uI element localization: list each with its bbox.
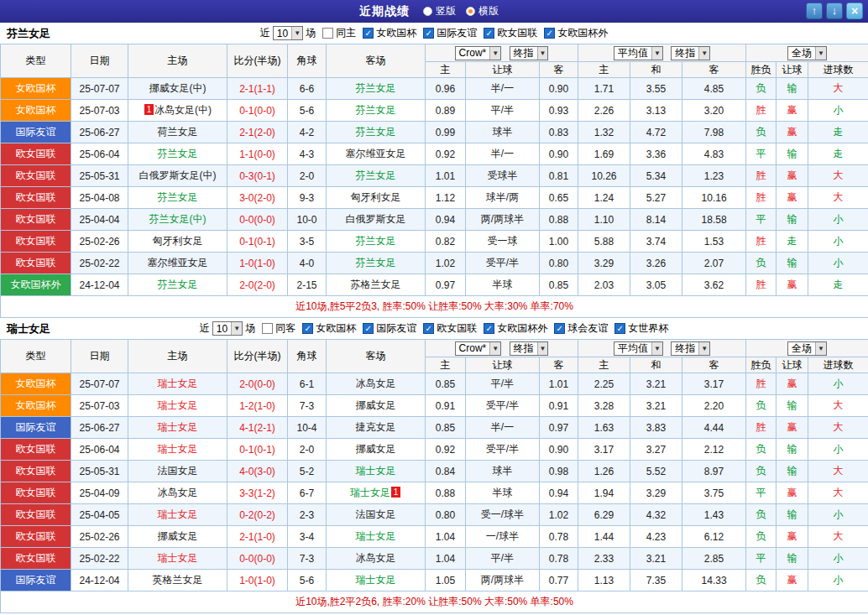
handicap-result-cell: 输 xyxy=(776,253,808,274)
goals-result-cell: 小 xyxy=(808,504,868,526)
away-team-cell: 塞尔维亚女足 xyxy=(327,143,426,165)
league-filter-checkbox[interactable]: ✓ xyxy=(614,323,625,334)
avg-draw-odds: 3.27 xyxy=(630,439,682,461)
table-row: 欧女国联25-02-22塞尔维亚女足1-0(1-0)4-0芬兰女足1.02受平/… xyxy=(1,253,868,274)
europe-stage-select[interactable]: 终指▼ xyxy=(671,46,710,60)
avg-draw-odds: 3.21 xyxy=(630,395,682,417)
avg-home-odds: 5.88 xyxy=(578,231,630,253)
same-venue-label: 同客 xyxy=(275,321,295,336)
layout-horizontal-option[interactable]: 横版 xyxy=(466,4,499,18)
close-icon: × xyxy=(851,4,858,18)
recent-count-select[interactable]: 10▼ xyxy=(273,26,303,40)
date-cell: 25-02-26 xyxy=(71,526,128,548)
score-cell: 4-1(2-1) xyxy=(227,417,288,439)
league-type-cell: 国际友谊 xyxy=(1,417,71,439)
corner-cell: 4-3 xyxy=(288,143,327,165)
games-label: 场 xyxy=(306,26,316,40)
handicap-line: 半/一 xyxy=(466,417,540,439)
col-home: 主场 xyxy=(128,340,227,373)
avg-away-odds: 3.17 xyxy=(682,373,746,395)
col-handicap-result: 让球 xyxy=(776,62,808,78)
same-venue-checkbox[interactable] xyxy=(322,28,333,39)
average-select[interactable]: 平均值▼ xyxy=(614,341,663,356)
league-filter-label: 女世界杯 xyxy=(628,321,668,336)
league-filter-checkbox[interactable]: ✓ xyxy=(484,28,494,39)
league-type-cell: 欧女国联 xyxy=(1,526,71,548)
away-team-cell: 白俄罗斯女足 xyxy=(327,209,426,231)
league-filter-checkbox[interactable]: ✓ xyxy=(363,323,374,334)
avg-away-odds: 10.16 xyxy=(682,187,746,209)
corner-cell: 10-0 xyxy=(288,209,327,231)
bookmaker-select[interactable]: Crow*▼ xyxy=(455,46,502,60)
col-avg-away: 客 xyxy=(682,357,746,373)
date-cell: 25-02-22 xyxy=(71,548,128,570)
radio-unselected-icon[interactable] xyxy=(423,7,432,16)
date-cell: 25-05-31 xyxy=(71,461,128,482)
league-type-cell: 欧女国联 xyxy=(1,548,71,570)
handicap-stage-select[interactable]: 终指▼ xyxy=(510,341,549,356)
col-away: 客场 xyxy=(327,44,426,78)
close-button[interactable]: × xyxy=(846,3,863,19)
radio-selected-icon[interactable] xyxy=(466,7,475,16)
handicap-away-odds: 0.83 xyxy=(540,122,578,143)
home-team-cell: 瑞士女足 xyxy=(128,548,227,570)
table-row: 欧女国联25-02-26挪威女足2-1(1-0)3-4瑞士女足1.04一/球半0… xyxy=(1,526,868,548)
bookmaker-select[interactable]: Crow*▼ xyxy=(455,341,502,356)
home-team-name: 冰岛女足 xyxy=(158,487,198,498)
away-team-name: 芬兰女足 xyxy=(356,82,396,94)
avg-away-odds: 3.75 xyxy=(682,482,746,504)
same-venue-checkbox[interactable] xyxy=(262,323,273,334)
away-team-name: 冰岛女足 xyxy=(356,378,396,389)
corner-cell: 9-3 xyxy=(288,187,327,209)
move-down-button[interactable]: ↓ xyxy=(826,3,843,19)
home-team-cell: 英格兰女足 xyxy=(128,570,227,592)
avg-away-odds: 2.12 xyxy=(682,439,746,461)
handicap-result-cell: 赢 xyxy=(776,373,808,395)
handicap-home-odds: 0.92 xyxy=(426,143,466,165)
move-up-button[interactable]: ↑ xyxy=(806,3,823,19)
league-filter-checkbox[interactable]: ✓ xyxy=(423,28,434,39)
average-select-value: 平均值 xyxy=(618,341,648,356)
team-name: 芬兰女足 xyxy=(7,26,50,41)
home-team-name: 白俄罗斯女足(中) xyxy=(139,169,217,181)
score-cell: 0-0(0-0) xyxy=(227,209,288,231)
layout-vertical-label: 竖版 xyxy=(436,4,456,18)
results-table-switzerland: 类型 日期 主场 比分(半场) 角球 客场 Crow*▼ 终指▼ 平均值▼ 终指… xyxy=(0,339,868,613)
bookmaker-select-value: Crow* xyxy=(459,342,487,354)
avg-draw-odds: 4.72 xyxy=(630,122,682,143)
scope-select-value: 全场 xyxy=(792,341,812,356)
corner-cell: 4-2 xyxy=(288,122,327,143)
result-group: 全场▼ xyxy=(746,44,868,62)
league-filter-checkbox[interactable]: ✓ xyxy=(363,28,374,39)
handicap-home-odds: 0.99 xyxy=(426,122,466,143)
league-filter-checkbox[interactable]: ✓ xyxy=(423,323,434,334)
handicap-away-odds: 0.91 xyxy=(540,395,578,417)
handicap-odds-group: Crow*▼ 终指▼ xyxy=(426,44,578,62)
recent-count-select[interactable]: 10▼ xyxy=(212,321,243,336)
handicap-result-cell: 输 xyxy=(776,461,808,482)
europe-stage-select[interactable]: 终指▼ xyxy=(671,341,710,356)
handicap-line: 受平/半 xyxy=(466,253,540,274)
scope-select[interactable]: 全场▼ xyxy=(787,341,827,356)
handicap-away-odds: 0.77 xyxy=(540,570,578,592)
scope-select[interactable]: 全场▼ xyxy=(787,46,827,60)
handicap-stage-select[interactable]: 终指▼ xyxy=(510,46,549,60)
handicap-result-cell: 输 xyxy=(776,395,808,417)
average-select[interactable]: 平均值▼ xyxy=(614,46,663,60)
league-filter-checkbox[interactable]: ✓ xyxy=(302,323,313,334)
handicap-away-odds: 0.97 xyxy=(540,417,578,439)
away-team-name: 冰岛女足 xyxy=(356,552,396,564)
table-row: 欧女国联25-04-08芬兰女足3-0(2-0)9-3匈牙利女足1.12球半/两… xyxy=(1,187,868,209)
score-cell: 3-0(2-0) xyxy=(227,187,288,209)
table-row: 欧女国联25-04-05瑞士女足0-2(0-2)2-3法国女足0.80受一/球半… xyxy=(1,504,868,526)
layout-vertical-option[interactable]: 竖版 xyxy=(423,4,456,18)
date-cell: 25-07-07 xyxy=(71,78,128,100)
league-filter-checkbox[interactable]: ✓ xyxy=(544,28,555,39)
away-team-name: 挪威女足 xyxy=(356,399,396,411)
match-result-cell: 负 xyxy=(746,504,776,526)
col-avg-draw: 和 xyxy=(630,62,682,78)
league-filter-label: 球会友谊 xyxy=(567,321,608,336)
league-filter-checkbox[interactable]: ✓ xyxy=(554,323,565,334)
league-filter-checkbox[interactable]: ✓ xyxy=(484,323,494,334)
home-team-cell: 瑞士女足 xyxy=(128,439,227,461)
